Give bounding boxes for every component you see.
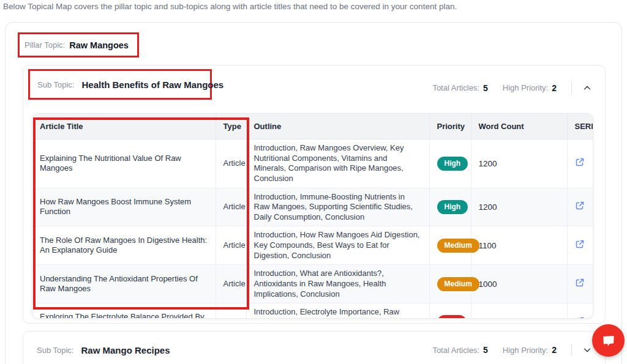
word-count-cell: 1200: [471, 139, 567, 188]
word-count-cell: 900: [471, 303, 567, 319]
total-articles-stat: Total Articles: 5: [432, 83, 487, 93]
subtopic-stats: Total Articles: 5 High Priority: 2: [432, 332, 596, 364]
article-outline-cell: Introduction, What are Antioxidants?, An…: [246, 265, 429, 303]
serp-link[interactable]: [575, 316, 585, 319]
article-title-cell: Explaining The Nutritional Value Of Raw …: [32, 139, 216, 188]
word-count-cell: 1000: [471, 265, 567, 303]
article-table-body: Explaining The Nutritional Value Of Raw …: [32, 139, 593, 319]
subtopic-label: Sub Topic:: [37, 80, 74, 89]
high-priority-value: 2: [552, 83, 557, 93]
priority-cell: Low: [429, 303, 471, 319]
article-type-cell: Article: [216, 188, 246, 226]
collapse-button[interactable]: [578, 79, 596, 97]
subtopic-stats: Total Articles: 5 High Priority: 2: [432, 65, 596, 110]
priority-cell: High: [429, 139, 471, 188]
total-articles-label: Total Articles:: [432, 346, 479, 355]
total-articles-value: 5: [483, 345, 488, 355]
priority-cell: High: [429, 188, 471, 226]
table-row: The Role Of Raw Mangoes In Digestive Hea…: [32, 226, 593, 265]
high-priority-stat: High Priority: 2: [503, 345, 557, 355]
column-header-serp: SERP: [567, 114, 593, 139]
serp-link[interactable]: [575, 201, 585, 210]
article-title-cell: Exploring The Electrolyte Balance Provid…: [32, 303, 216, 319]
article-title-cell: The Role Of Raw Mangoes In Digestive Hea…: [32, 226, 216, 265]
serp-cell: [567, 265, 593, 303]
serp-cell: [567, 226, 593, 265]
article-type-cell: Article: [216, 303, 246, 319]
table-header-row: Article Title Type Outline Priority Word…: [32, 114, 593, 139]
priority-badge: Medium: [437, 277, 479, 291]
subtopic-header[interactable]: Sub Topic: Health Benefits of Raw Mangoe…: [23, 65, 605, 110]
article-outline-cell: Introduction, Electrolyte Importance, Ra…: [246, 303, 429, 319]
total-articles-stat: Total Articles: 5: [432, 345, 487, 355]
article-outline-cell: Introduction, Raw Mangoes Overview, Key …: [246, 139, 429, 188]
chat-bubble-icon: [601, 333, 617, 349]
serp-cell: [567, 139, 593, 188]
subtopic-annotation-box: Sub Topic: Health Benefits of Raw Mangoe…: [28, 69, 212, 100]
table-row: Explaining The Nutritional Value Of Raw …: [32, 139, 593, 188]
article-outline-cell: Introduction, Immune-Boosting Nutrients …: [246, 188, 429, 226]
total-articles-value: 5: [483, 83, 488, 93]
topical-map-card: Pillar Topic: Raw Mangoes Sub Topic: Hea…: [5, 22, 622, 364]
table-row: Understanding The Antioxidant Properties…: [32, 265, 593, 303]
pillar-topic-label: Pillar Topic:: [24, 40, 65, 50]
articles-table: Article Title Type Outline Priority Word…: [32, 114, 593, 319]
article-outline-cell: Introduction, How Raw Mangoes Aid Digest…: [246, 226, 429, 265]
priority-badge: High: [437, 157, 468, 171]
priority-cell: Medium: [429, 265, 471, 303]
total-articles-label: Total Articles:: [432, 83, 479, 92]
external-link-icon: [575, 278, 585, 288]
article-type-cell: Article: [216, 226, 246, 265]
stats-divider: [571, 82, 572, 94]
pillar-topic-annotation-box: Pillar Topic: Raw Mangoes: [18, 32, 139, 58]
word-count-cell: 1200: [471, 188, 567, 226]
serp-cell: [567, 303, 593, 319]
subtopic-header[interactable]: Sub Topic: Raw Mango Recipes Total Artic…: [23, 332, 605, 364]
priority-cell: Medium: [429, 226, 471, 265]
subtopic-name: Raw Mango Recipes: [81, 345, 170, 355]
table-row: Exploring The Electrolyte Balance Provid…: [32, 303, 593, 319]
chevron-up-icon: [583, 84, 591, 92]
page-description: Below Topical Map covers the pillar topi…: [3, 2, 457, 11]
table-row: How Raw Mangoes Boost Immune System Func…: [32, 188, 593, 226]
serp-link[interactable]: [575, 157, 585, 167]
article-type-cell: Article: [216, 139, 246, 188]
priority-badge: High: [437, 200, 468, 214]
subtopic-label: Sub Topic:: [37, 346, 73, 355]
high-priority-stat: High Priority: 2: [503, 83, 557, 93]
external-link-icon: [575, 201, 585, 210]
priority-badge: Medium: [437, 239, 479, 253]
stats-divider: [571, 344, 572, 356]
column-header-outline: Outline: [246, 114, 429, 139]
subtopic-title-group: Sub Topic: Raw Mango Recipes: [37, 332, 170, 364]
column-header-type: Type: [216, 114, 246, 139]
column-header-word-count: Word Count: [471, 114, 567, 139]
column-header-article-title: Article Title: [32, 114, 216, 139]
pillar-topic-value: Raw Mangoes: [69, 40, 129, 50]
high-priority-label: High Priority:: [503, 346, 548, 355]
external-link-icon: [575, 239, 585, 249]
subtopic-section-health-benefits: Sub Topic: Health Benefits of Raw Mangoe…: [23, 65, 606, 324]
serp-link[interactable]: [575, 239, 585, 249]
high-priority-label: High Priority:: [503, 83, 548, 92]
serp-link[interactable]: [575, 278, 585, 288]
subtopic-name: Health Benefits of Raw Mangoes: [81, 80, 223, 90]
high-priority-value: 2: [552, 345, 557, 355]
article-type-cell: Article: [216, 265, 246, 303]
column-header-priority: Priority: [429, 114, 471, 139]
serp-cell: [567, 188, 593, 226]
chevron-down-icon: [583, 346, 591, 354]
articles-table-card: Article Title Type Outline Priority Word…: [32, 113, 593, 319]
chat-widget-button[interactable]: [592, 324, 625, 357]
article-title-cell: How Raw Mangoes Boost Immune System Func…: [32, 188, 216, 226]
subtopic-section-raw-mango-recipes: Sub Topic: Raw Mango Recipes Total Artic…: [23, 331, 606, 364]
priority-badge: Low: [437, 315, 467, 319]
word-count-cell: 1100: [471, 226, 567, 265]
article-title-cell: Understanding The Antioxidant Properties…: [32, 265, 216, 303]
external-link-icon: [575, 157, 585, 167]
external-link-icon: [575, 316, 585, 319]
